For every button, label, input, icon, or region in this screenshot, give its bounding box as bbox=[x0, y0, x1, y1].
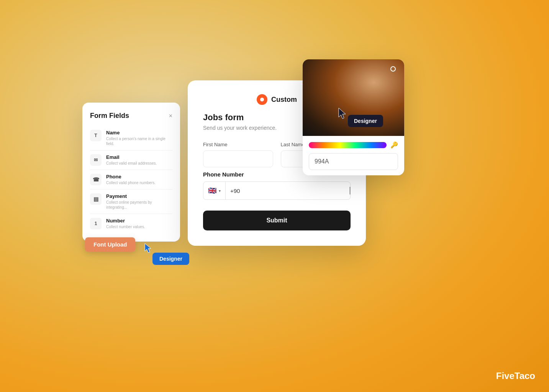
payment-desc: Collect online payments by integrating..… bbox=[106, 200, 172, 210]
designer-tooltip-bottom-label: Designer bbox=[159, 256, 182, 262]
number-info: Number Collect number values. bbox=[106, 218, 172, 229]
field-item-name: T Name Collect a person's name in a sing… bbox=[90, 127, 172, 149]
logo-inner-dot bbox=[260, 98, 264, 101]
flag-icon: 🇬🇧 bbox=[208, 186, 216, 195]
phone-info: Phone Collect valid phone numbers. bbox=[106, 174, 172, 185]
svg-marker-1 bbox=[145, 243, 151, 253]
name-desc: Collect a person's name in a single fiel… bbox=[106, 136, 172, 146]
svg-marker-0 bbox=[339, 108, 346, 119]
email-icon: ✉ bbox=[90, 154, 102, 166]
name-label: Name bbox=[106, 130, 172, 136]
email-label: Email bbox=[106, 154, 172, 160]
font-upload-button[interactable]: Font Upload bbox=[85, 237, 135, 252]
payment-info: Payment Collect online payments by integ… bbox=[106, 193, 172, 210]
cursor-arrow-top-area bbox=[337, 107, 348, 122]
brand-label: FiveTaco bbox=[496, 371, 535, 381]
email-info: Email Collect valid email addresses. bbox=[106, 154, 172, 166]
phone-input-row: 🇬🇧 ▾ bbox=[203, 181, 351, 200]
number-icon: 1 bbox=[90, 218, 102, 229]
cursor-arrow-bottom-area bbox=[144, 243, 153, 256]
form-fields-title: Form Fields bbox=[90, 112, 129, 120]
form-fields-card: Form Fields × T Name Collect a person's … bbox=[82, 103, 180, 242]
phone-label: Phone bbox=[106, 174, 172, 180]
eyedropper-icon[interactable]: 🔑 bbox=[390, 141, 398, 149]
first-name-label: First Name bbox=[203, 142, 273, 147]
submit-button[interactable]: Submit bbox=[203, 211, 351, 230]
field-item-number: 1 Number Collect number values. bbox=[90, 215, 172, 232]
field-item-phone: ☎ Phone Collect valid phone numbers. bbox=[90, 171, 172, 188]
name-icon: T bbox=[90, 130, 102, 141]
card-header: Form Fields × bbox=[90, 112, 172, 120]
logo-circle bbox=[257, 94, 267, 105]
logo-text: Custom bbox=[271, 96, 297, 104]
phone-desc: Collect valid phone numbers. bbox=[106, 180, 172, 185]
cursor-arrow-bottom-icon bbox=[144, 243, 153, 254]
designer-tooltip-top: Designer bbox=[348, 115, 383, 127]
first-name-input[interactable] bbox=[203, 150, 273, 167]
designer-tooltip-bottom: Designer bbox=[152, 253, 189, 265]
hue-strip[interactable] bbox=[309, 142, 387, 148]
color-strip-row: 🔑 bbox=[309, 141, 398, 149]
color-picker-bottom: 🔑 bbox=[303, 136, 404, 175]
cursor-bar bbox=[350, 187, 351, 194]
hex-input[interactable] bbox=[309, 153, 398, 170]
chevron-down-icon: ▾ bbox=[219, 189, 221, 193]
cursor-arrow-top-icon bbox=[337, 107, 348, 120]
payment-icon: ▤ bbox=[90, 193, 102, 205]
phone-icon: ☎ bbox=[90, 174, 102, 185]
field-item-email: ✉ Email Collect valid email addresses. bbox=[90, 151, 172, 169]
brand-logo: FiveTaco bbox=[496, 371, 535, 381]
color-picker-dot[interactable] bbox=[390, 66, 396, 72]
email-desc: Collect valid email addresses. bbox=[106, 161, 172, 166]
number-desc: Collect number values. bbox=[106, 224, 172, 229]
number-label: Number bbox=[106, 218, 172, 224]
field-item-payment: ▤ Payment Collect online payments by int… bbox=[90, 190, 172, 213]
phone-section: Phone Number 🇬🇧 ▾ bbox=[203, 171, 351, 200]
phone-number-input[interactable] bbox=[226, 188, 350, 194]
payment-label: Payment bbox=[106, 193, 172, 199]
close-button[interactable]: × bbox=[169, 113, 172, 119]
name-info: Name Collect a person's name in a single… bbox=[106, 130, 172, 146]
first-name-field: First Name bbox=[203, 142, 273, 167]
country-select[interactable]: 🇬🇧 ▾ bbox=[203, 182, 226, 199]
